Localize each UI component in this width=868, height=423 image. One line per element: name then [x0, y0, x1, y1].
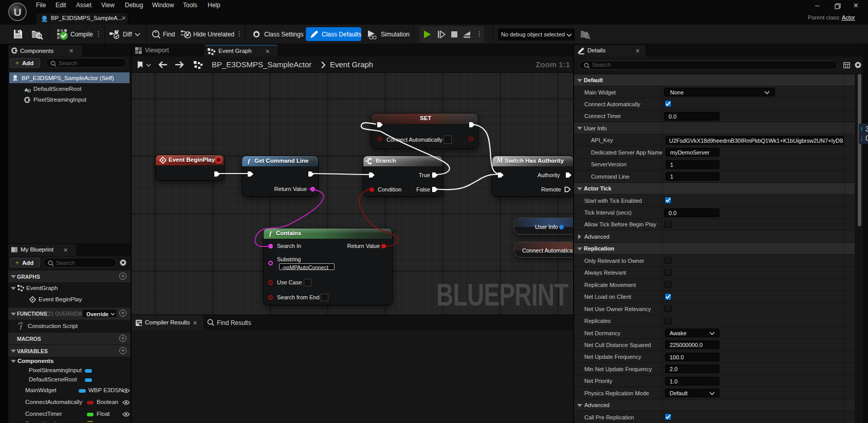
svg-text:f: f [20, 323, 23, 330]
svg-text:EH: EH [28, 90, 31, 92]
svg-text:U: U [13, 6, 21, 18]
